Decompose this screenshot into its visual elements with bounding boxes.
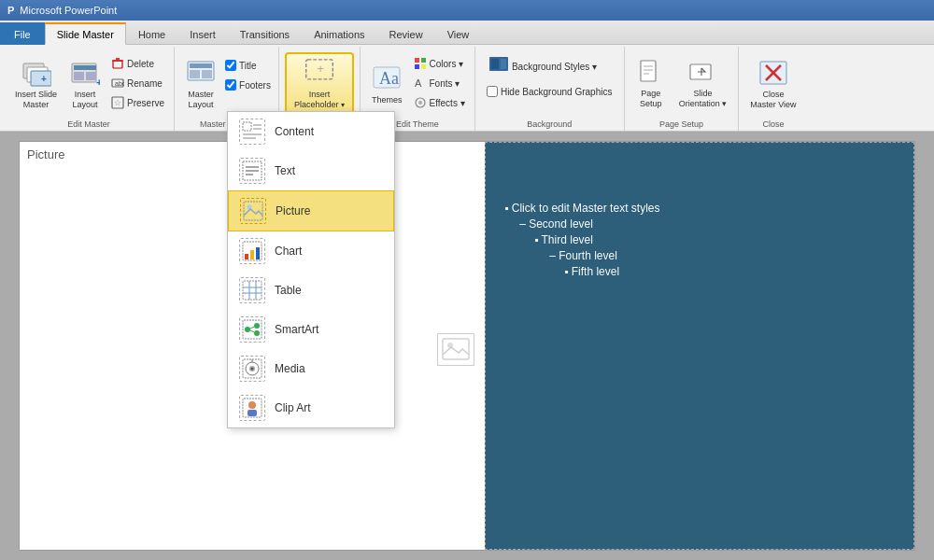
svg-rect-56 xyxy=(245,254,248,259)
delete-label: Delete xyxy=(127,59,154,69)
footers-checkbox-label: Footers xyxy=(239,80,271,91)
fonts-button[interactable]: A Fonts ▾ xyxy=(410,74,469,92)
svg-text:☆: ☆ xyxy=(114,98,121,107)
svg-rect-25 xyxy=(421,58,426,63)
rename-icon: abc xyxy=(111,77,124,90)
menu-item-chart[interactable]: Chart xyxy=(228,231,394,271)
preserve-label: Preserve xyxy=(127,98,164,108)
svg-rect-18 xyxy=(190,70,200,78)
tab-insert[interactable]: Insert xyxy=(177,22,228,45)
tab-review[interactable]: Review xyxy=(377,22,435,45)
colors-button[interactable]: Colors ▾ xyxy=(410,54,469,73)
menu-item-smartart[interactable]: SmartArt xyxy=(228,310,394,349)
svg-rect-24 xyxy=(415,58,419,63)
background-styles-button[interactable]: Background Styles ▾ xyxy=(485,52,601,80)
menu-item-clipart-label: Clip Art xyxy=(275,401,311,414)
svg-rect-44 xyxy=(243,122,251,131)
close-master-view-icon xyxy=(758,58,788,88)
svg-line-68 xyxy=(250,327,254,329)
footers-checkbox-row: Footers xyxy=(223,76,273,94)
close-master-view-label: CloseMaster View xyxy=(750,90,796,110)
menu-item-content[interactable]: Content xyxy=(228,112,394,151)
svg-text:Aa: Aa xyxy=(379,69,399,88)
tab-view[interactable]: View xyxy=(435,22,482,45)
menu-item-smartart-label: SmartArt xyxy=(275,323,318,336)
effects-icon xyxy=(414,96,427,109)
insert-layout-button[interactable]: + InsertLayout xyxy=(64,52,106,116)
slide-orientation-button[interactable]: SlideOrientation ▾ xyxy=(673,52,733,116)
insert-slide-master-icon: + xyxy=(21,58,51,88)
svg-rect-6 xyxy=(74,72,84,80)
text-icon xyxy=(239,158,265,184)
svg-point-73 xyxy=(251,368,254,371)
title-checkbox[interactable] xyxy=(225,60,236,71)
master-layout-button[interactable]: MasterLayout xyxy=(180,52,221,116)
table-icon xyxy=(239,277,265,303)
image-placeholder-icon xyxy=(442,338,470,360)
edit-master-group: + Insert SlideMaster + InsertLayout xyxy=(4,47,175,131)
menu-item-content-label: Content xyxy=(275,125,314,138)
tab-animations[interactable]: Animations xyxy=(302,22,376,45)
themes-icon: Aa xyxy=(372,63,402,93)
themes-label: Themes xyxy=(372,95,403,105)
menu-item-clipart[interactable]: Clip Art xyxy=(228,388,394,427)
insert-layout-icon: + xyxy=(70,58,100,88)
tab-slide-master[interactable]: Slide Master xyxy=(45,22,126,45)
svg-point-66 xyxy=(254,323,260,329)
image-placeholder xyxy=(437,333,474,366)
insert-placeholder-dropdown: Content Text Picture xyxy=(227,111,395,428)
picture-icon xyxy=(240,198,266,224)
menu-item-table[interactable]: Table xyxy=(228,271,394,310)
menu-item-text[interactable]: Text xyxy=(228,151,394,190)
hide-background-row: Hide Background Graphics xyxy=(485,82,615,101)
delete-icon xyxy=(111,57,124,70)
svg-rect-26 xyxy=(415,64,419,69)
tab-file[interactable]: File xyxy=(0,22,45,45)
menu-item-picture[interactable]: Picture xyxy=(228,190,394,231)
svg-rect-59 xyxy=(243,281,262,300)
menu-item-picture-label: Picture xyxy=(276,204,310,217)
page-setup-group-label: Page Setup xyxy=(625,119,739,129)
ribbon-tabs: File Slide Master Home Insert Transition… xyxy=(0,21,934,45)
title-checkbox-row: Title xyxy=(223,56,273,75)
svg-rect-27 xyxy=(421,64,426,69)
app-icon: P xyxy=(7,5,14,16)
app-title: Microsoft PowerPoint xyxy=(20,5,117,16)
svg-rect-42 xyxy=(443,339,469,359)
svg-rect-58 xyxy=(256,247,260,259)
tab-home[interactable]: Home xyxy=(126,22,177,45)
page-setup-button[interactable]: PageSetup xyxy=(630,52,672,116)
svg-point-30 xyxy=(418,101,422,105)
text-level-5: ▪ Fifth level xyxy=(504,265,895,278)
master-layout-label: MasterLayout xyxy=(188,90,214,110)
colors-icon xyxy=(414,57,427,70)
footers-checkbox[interactable] xyxy=(225,79,236,91)
main-area: Picture ▪ Click to edit Master text styl… xyxy=(0,132,934,560)
insert-slide-master-button[interactable]: + Insert SlideMaster xyxy=(9,52,63,116)
insert-placeholder-icon: + xyxy=(304,58,335,88)
svg-rect-7 xyxy=(86,72,96,80)
text-level-4: – Fourth level xyxy=(504,249,895,262)
hide-background-checkbox[interactable] xyxy=(487,86,498,97)
slide-label: Picture xyxy=(27,147,64,161)
smartart-icon xyxy=(239,316,265,343)
background-styles-icon xyxy=(488,56,509,77)
tab-transitions[interactable]: Transitions xyxy=(228,22,302,45)
effects-button[interactable]: Effects ▾ xyxy=(410,93,469,112)
close-master-view-button[interactable]: CloseMaster View xyxy=(744,52,801,116)
menu-item-media[interactable]: Media xyxy=(228,349,394,388)
slide-orientation-icon xyxy=(688,59,716,87)
insert-placeholder-button[interactable]: + InsertPlaceholder ▾ xyxy=(285,52,354,116)
themes-button[interactable]: Aa Themes xyxy=(366,52,408,116)
colors-label: Colors ▾ xyxy=(430,59,464,69)
ribbon-content: + Insert SlideMaster + InsertLayout xyxy=(0,45,934,131)
svg-text:A: A xyxy=(415,77,422,89)
text-level-2: – Second level xyxy=(504,217,895,231)
fonts-icon: A xyxy=(414,77,427,90)
slide-right-panel: ▪ Click to edit Master text styles – Sec… xyxy=(485,142,914,550)
rename-button[interactable]: abc Rename xyxy=(107,74,168,92)
rename-label: Rename xyxy=(127,78,163,89)
svg-rect-34 xyxy=(641,61,656,81)
preserve-button[interactable]: ☆ Preserve xyxy=(107,93,168,112)
delete-button[interactable]: Delete xyxy=(107,54,168,73)
